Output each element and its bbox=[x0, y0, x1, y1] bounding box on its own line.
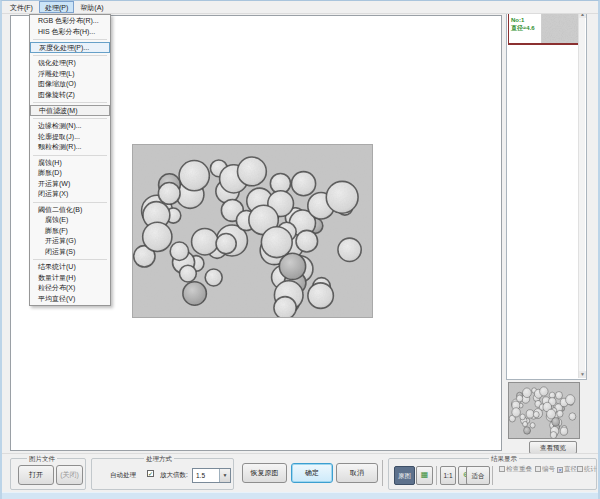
option-glyph-icon bbox=[499, 466, 505, 472]
window-bottom-edge bbox=[2, 492, 598, 499]
menu-item-16[interactable]: 腐蚀(H) bbox=[30, 158, 110, 169]
option-glyph-icon bbox=[577, 466, 583, 472]
scale-combobox-value: 1.5 bbox=[196, 472, 205, 479]
result-item-labels: No:1 直径≈4.6 bbox=[509, 14, 541, 43]
view-tool-1-icon[interactable]: ▦ bbox=[416, 466, 433, 485]
view-tool-4-button[interactable]: 适合 bbox=[466, 466, 490, 485]
menu-item-3[interactable]: 灰度化处理(P)... bbox=[30, 42, 110, 53]
auto-process-label: 自动处理 bbox=[110, 471, 136, 480]
menu-item-1[interactable]: HIS 色彩分布(H)... bbox=[30, 27, 110, 38]
menu-item-29[interactable]: 粒径分布(X) bbox=[30, 283, 110, 294]
menu-item-7[interactable]: 图像缩放(O) bbox=[30, 79, 110, 90]
result-item-thumbnail bbox=[541, 14, 578, 43]
menu-item-17[interactable]: 膨胀(D) bbox=[30, 168, 110, 179]
menu-item-27[interactable]: 结果统计(U) bbox=[30, 262, 110, 273]
view-group-divider-1 bbox=[436, 466, 437, 485]
toolbar-divider bbox=[382, 460, 383, 486]
mode-group-title: 处理方式 bbox=[144, 455, 174, 462]
menu-item-0[interactable]: RGB 色彩分布(R)... bbox=[30, 16, 110, 27]
option-glyph-icon bbox=[535, 466, 541, 472]
scale-combobox[interactable]: 1.5 ▼ bbox=[192, 468, 231, 483]
menu-item-10[interactable]: 中值滤波(M) bbox=[30, 105, 110, 116]
view-option-1[interactable]: 编号 bbox=[535, 465, 555, 474]
app-window: { "menu_bar": { "items": [ {"label": "文件… bbox=[0, 0, 600, 499]
restore-button[interactable]: 恢复原图 bbox=[242, 463, 287, 483]
file-group-title: 图片文件 bbox=[27, 455, 57, 462]
option-label: 直径 bbox=[564, 465, 577, 472]
view-tool-0-button[interactable]: 原图 bbox=[394, 466, 415, 485]
menu-separator bbox=[33, 118, 107, 119]
option-label: 检查重叠 bbox=[506, 465, 532, 472]
menubar-item-0[interactable]: 文件(F) bbox=[4, 1, 39, 13]
bottom-toolbar: 图片文件 打开 (关闭) 处理方式 自动处理 ✓ 放大倍数: 1.5 ▼ 恢复原… bbox=[2, 453, 598, 492]
view-group: 结果显示 原图▦1:1⊕适合 检查重叠编号✕直径统计 bbox=[388, 458, 597, 490]
menu-item-21[interactable]: 阈值二值化(B) bbox=[30, 205, 110, 216]
view-option-0[interactable]: 检查重叠 bbox=[499, 465, 532, 474]
menu-separator bbox=[33, 155, 107, 156]
full-image-preview bbox=[508, 382, 580, 439]
menu-item-8[interactable]: 图像旋转(Z) bbox=[30, 90, 110, 101]
option-label: 编号 bbox=[542, 465, 555, 472]
process-menu-dropdown: RGB 色彩分布(R)...HIS 色彩分布(H)...灰度化处理(P)...锐… bbox=[29, 14, 111, 306]
result-list[interactable]: No:1 直径≈4.6 ▲ ▼ bbox=[506, 9, 587, 380]
result-list-item[interactable]: No:1 直径≈4.6 bbox=[508, 12, 580, 45]
menu-separator bbox=[33, 39, 107, 40]
chevron-down-icon[interactable]: ▼ bbox=[219, 469, 230, 482]
view-group-title: 结果显示 bbox=[489, 455, 519, 462]
menu-item-24[interactable]: 开运算(G) bbox=[30, 236, 110, 247]
menu-item-13[interactable]: 轮廓提取(J)... bbox=[30, 132, 110, 143]
result-item-size: 直径≈4.6 bbox=[511, 24, 540, 32]
menubar-item-2[interactable]: 帮助(A) bbox=[74, 1, 109, 13]
view-group-divider-2 bbox=[492, 466, 493, 485]
menu-item-25[interactable]: 闭运算(S) bbox=[30, 247, 110, 258]
auto-process-checkbox[interactable]: ✓ bbox=[147, 470, 154, 477]
scrollbar-down-icon[interactable]: ▼ bbox=[579, 371, 586, 378]
menu-item-19[interactable]: 闭运算(X) bbox=[30, 189, 110, 200]
menu-item-28[interactable]: 数量计量(H) bbox=[30, 273, 110, 284]
menubar-item-1[interactable]: 处理(P) bbox=[39, 1, 74, 13]
particle-micrograph-image bbox=[132, 144, 373, 318]
menu-item-30[interactable]: 平均直径(V) bbox=[30, 294, 110, 305]
mode-group: 处理方式 自动处理 ✓ 放大倍数: 1.5 ▼ bbox=[91, 458, 234, 490]
menu-separator bbox=[33, 55, 107, 56]
menu-separator bbox=[33, 259, 107, 260]
menu-item-6[interactable]: 浮雕处理(L) bbox=[30, 69, 110, 80]
menu-separator bbox=[33, 202, 107, 203]
menu-item-22[interactable]: 腐蚀(E) bbox=[30, 215, 110, 226]
close-image-button[interactable]: (关闭) bbox=[56, 465, 83, 485]
ok-button[interactable]: 确定 bbox=[291, 463, 333, 483]
file-group: 图片文件 打开 (关闭) bbox=[10, 458, 86, 490]
menu-item-5[interactable]: 锐化处理(R) bbox=[30, 58, 110, 69]
open-image-button[interactable]: 打开 bbox=[18, 465, 54, 485]
view-option-2[interactable]: ✕直径 bbox=[557, 465, 577, 474]
view-option-3[interactable]: 统计 bbox=[577, 465, 597, 474]
menu-item-18[interactable]: 开运算(W) bbox=[30, 179, 110, 190]
scale-label: 放大倍数: bbox=[160, 471, 188, 480]
menu-separator bbox=[33, 102, 107, 103]
result-item-no: No:1 bbox=[511, 16, 540, 24]
menu-item-14[interactable]: 颗粒检测(R)... bbox=[30, 142, 110, 153]
menu-bar: 文件(F)处理(P)帮助(A) bbox=[2, 1, 598, 14]
result-list-scrollbar[interactable]: ▲ ▼ bbox=[578, 11, 585, 378]
menu-item-23[interactable]: 膨胀(F) bbox=[30, 226, 110, 237]
option-label: 统计 bbox=[584, 465, 597, 472]
menu-item-12[interactable]: 边缘检测(N)... bbox=[30, 121, 110, 132]
view-tool-2-button[interactable]: 1:1 bbox=[440, 466, 456, 485]
option-glyph-icon: ✕ bbox=[557, 467, 563, 473]
cancel-button[interactable]: 取消 bbox=[336, 463, 378, 483]
